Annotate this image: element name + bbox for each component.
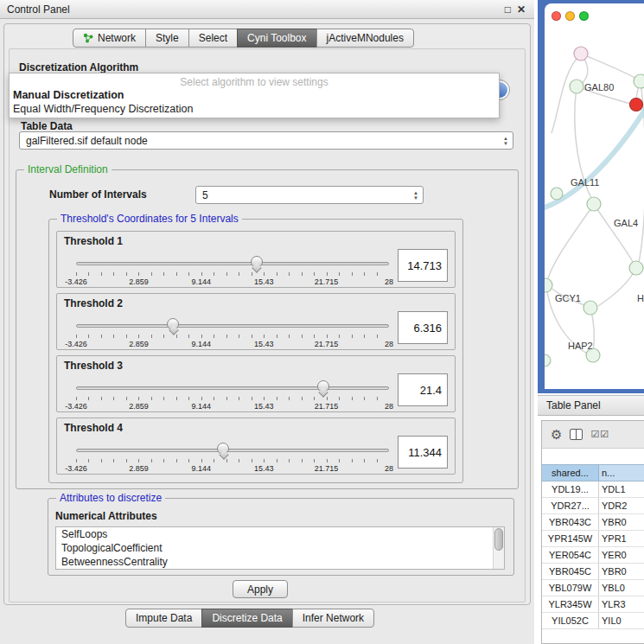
tab-cyni-toolbox[interactable]: Cyni Toolbox	[237, 29, 316, 48]
cell[interactable]: YIL0	[599, 613, 644, 628]
table-panel-title: Table Panel	[546, 399, 601, 411]
node	[583, 301, 597, 315]
apply-button-label: Apply	[247, 583, 273, 596]
cell[interactable]: YBR045C	[542, 564, 599, 579]
threshold-3-slider-thumb[interactable]	[317, 380, 329, 392]
table-row[interactable]: YBR043CYBR0	[542, 514, 644, 531]
cell[interactable]: YER054C	[542, 547, 599, 563]
cell[interactable]: YBR0	[599, 564, 644, 579]
threshold-1-slider[interactable]: -3.426 2.859 9.144 15.43 21.715 28	[76, 254, 389, 289]
tab-discretize-data[interactable]: Discretize Data	[201, 609, 292, 628]
threshold-4-slider-thumb[interactable]	[217, 443, 229, 455]
tab-style[interactable]: Style	[145, 29, 189, 48]
dropdown-hint: Select algorithm to view settings	[10, 73, 499, 88]
cell[interactable]: YPR145W	[542, 531, 599, 546]
dropdown-option-manual-discretization[interactable]: Manual Discretization	[10, 88, 499, 102]
tab-label: Impute Data	[136, 612, 192, 624]
gear-icon[interactable]: ⚙	[551, 427, 562, 443]
table-row[interactable]: YBL079WYBL0	[542, 580, 644, 596]
mac-close-icon[interactable]	[552, 11, 561, 21]
cell[interactable]: YDR27...	[542, 498, 599, 513]
cell[interactable]: YLR345W	[542, 596, 599, 612]
mac-minimize-icon[interactable]	[565, 11, 575, 21]
tab-infer-network[interactable]: Infer Network	[292, 609, 374, 628]
threshold-4-value-input[interactable]	[398, 436, 448, 469]
list-scrollbar[interactable]	[493, 527, 504, 569]
number-of-intervals-combobox[interactable]: 5 ▲▼	[195, 186, 424, 204]
table-data-combobox[interactable]: galFiltered.sif default node ▲▼	[19, 131, 513, 150]
node-label-hap2: HAP2	[568, 341, 593, 351]
threshold-3-value-input[interactable]	[398, 373, 448, 406]
table-row[interactable]: YLR345WYLR3	[542, 596, 644, 613]
control-panel-tabs: Network Style Select Cyni Toolbox jActiv…	[73, 29, 414, 48]
threshold-2-value-input[interactable]	[398, 311, 448, 344]
bottom-tabs: Impute Data Discretize Data Infer Networ…	[125, 609, 374, 628]
slider-track[interactable]	[76, 262, 389, 265]
scale-label: 21.715	[315, 402, 339, 411]
table-row[interactable]: YBR045CYBR0	[542, 564, 644, 580]
list-item-betweennesscentrality[interactable]: BetweennessCentrality	[56, 555, 504, 569]
cell[interactable]: YBR0	[599, 514, 644, 530]
checkbox-icon[interactable]: ☑	[590, 429, 600, 439]
node-label-cut: H	[637, 293, 644, 303]
column-header-shared-name[interactable]: shared...	[542, 465, 599, 481]
threshold-2-slider-thumb[interactable]	[167, 318, 179, 330]
list-item-selfloops[interactable]: SelfLoops	[56, 527, 504, 541]
cell[interactable]: YER0	[599, 547, 644, 563]
down-arrow-icon: ▼	[413, 195, 418, 201]
column-header-name[interactable]: n...	[599, 465, 644, 481]
mac-zoom-icon[interactable]	[579, 11, 589, 21]
cell[interactable]: YPR1	[599, 531, 644, 546]
scale-label: 9.144	[192, 277, 212, 286]
cell[interactable]: YLR3	[599, 596, 644, 612]
attributes-group-title: Attributes to discretize	[56, 492, 165, 504]
table-row[interactable]: YPR145WYPR1	[542, 531, 644, 547]
slider-ticks	[76, 272, 389, 276]
threshold-4-label: Threshold 4	[64, 422, 123, 434]
scale-label: 15.43	[254, 277, 274, 286]
cell[interactable]: YBL079W	[542, 580, 599, 596]
network-nodes[interactable]	[545, 47, 644, 367]
tab-select[interactable]: Select	[188, 29, 238, 48]
number-of-intervals-value: 5	[196, 189, 409, 201]
table-row[interactable]: YER054CYER0	[542, 547, 644, 564]
slider-scale-labels: -3.426 2.859 9.144 15.43 21.715 28	[76, 277, 389, 288]
threshold-3-slider[interactable]: -3.426 2.859 9.144 15.43 21.715 28	[76, 379, 389, 413]
tab-label: Select	[199, 32, 227, 44]
table-row[interactable]: YDL19...YDL1	[542, 481, 644, 498]
tab-impute-data[interactable]: Impute Data	[125, 609, 202, 628]
threshold-1-value-input[interactable]	[398, 249, 448, 282]
table-row[interactable]: YDR27...YDR2	[542, 498, 644, 514]
network-graph[interactable]: GAL80 GAL11 GAL4 GCY1 HAP2 H	[545, 3, 644, 389]
cell[interactable]: YIL052C	[542, 613, 599, 628]
combobox-arrows-icon: ▲▼	[499, 136, 513, 146]
apply-button[interactable]: Apply	[233, 580, 288, 598]
columns-icon[interactable]	[570, 429, 583, 440]
cell[interactable]: YDR2	[599, 498, 644, 513]
tab-jactivemnodules[interactable]: jActiveMNodules	[316, 29, 414, 48]
list-item-topologicalcoefficient[interactable]: TopologicalCoefficient	[56, 541, 504, 555]
slider-track[interactable]	[76, 449, 389, 452]
cell[interactable]: YBL0	[599, 580, 644, 596]
network-canvas[interactable]: GAL80 GAL11 GAL4 GCY1 HAP2 H	[545, 3, 644, 389]
tab-network[interactable]: Network	[73, 29, 146, 48]
table-row[interactable]: YIL052CYIL0	[542, 613, 644, 629]
slider-track[interactable]	[76, 386, 389, 390]
threshold-1-slider-thumb[interactable]	[251, 256, 263, 268]
threshold-2-slider[interactable]: -3.426 2.859 9.144 15.43 21.715 28	[76, 316, 389, 351]
threshold-1-panel: Threshold 1 -3.426 2.859 9.144 15.43 21.…	[56, 231, 456, 288]
checkbox-icon[interactable]: ☑	[600, 429, 609, 439]
tab-label: Infer Network	[303, 612, 364, 624]
list-scrollbar-thumb[interactable]	[494, 528, 503, 551]
slider-track[interactable]	[76, 324, 389, 328]
slider-ticks	[76, 397, 389, 400]
threshold-4-slider[interactable]: -3.426 2.859 9.144 15.43 21.715 28	[76, 441, 389, 475]
cell[interactable]: YDL19...	[542, 481, 599, 497]
close-icon[interactable]: ✕	[517, 3, 526, 16]
node	[545, 354, 551, 367]
minimize-icon[interactable]: □	[505, 3, 511, 16]
slider-scale-labels: -3.426 2.859 9.144 15.43 21.715 28	[76, 402, 389, 412]
dropdown-option-equal-width-frequency[interactable]: Equal Width/Frequency Discretization	[10, 102, 499, 116]
cell[interactable]: YBR043C	[542, 514, 599, 530]
cell[interactable]: YDL1	[599, 481, 644, 497]
